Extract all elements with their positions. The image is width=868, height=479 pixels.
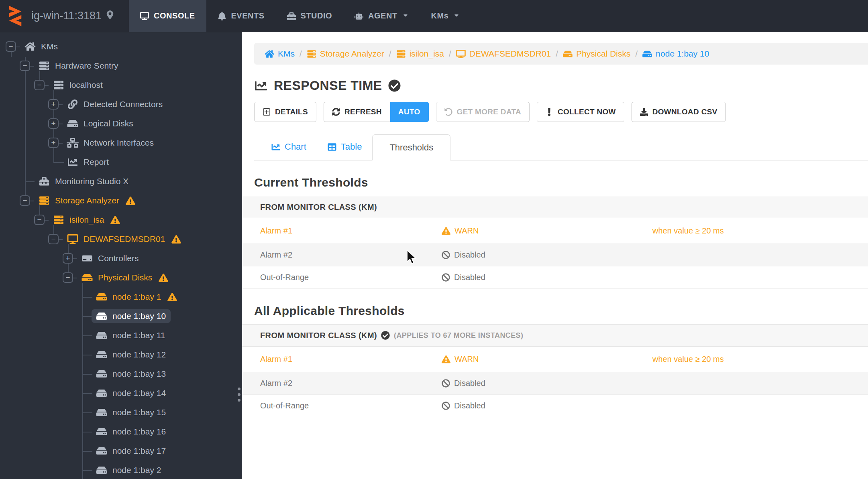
tree-item-node-1-bay-14[interactable]: node 1:bay 14 — [0, 384, 242, 403]
tree-item-logical-disks[interactable]: +Logical Disks — [0, 114, 242, 133]
nav-item-kms[interactable]: KMs — [420, 0, 471, 32]
threshold-status: Disabled — [442, 379, 652, 388]
tree-expander-collapse[interactable]: − — [6, 41, 16, 52]
network-icon — [67, 138, 79, 148]
tree-item-label: node 1:bay 14 — [112, 388, 166, 398]
tree-expander-collapse[interactable]: − — [34, 215, 45, 225]
desktop-icon — [140, 12, 149, 20]
nav-item-agent[interactable]: AGENT — [343, 0, 420, 32]
tree-item-storage-analyzer[interactable]: −Storage Analyzer — [0, 191, 242, 210]
tabs: ChartTableThresholds — [254, 134, 868, 160]
hdd-icon — [642, 50, 652, 58]
breadcrumb-item-dewafsedmsdr01[interactable]: DEWAFSEDMSDR01 — [456, 49, 551, 59]
tree-item-isilon-isa[interactable]: −isilon_isa — [0, 210, 242, 229]
hdd-icon — [96, 465, 108, 475]
tree-item-node-1-bay-10[interactable]: node 1:bay 10 — [0, 306, 242, 326]
tree-item-detected-connectors[interactable]: +Detected Connectors — [0, 95, 242, 114]
breadcrumb-item-storage-analyzer[interactable]: Storage Analyzer — [307, 49, 384, 59]
threshold-row: Alarm #1WARNwhen value ≥ 20 ms — [242, 347, 868, 372]
section-heading: Current Thresholds — [254, 176, 868, 189]
check-icon — [388, 79, 401, 92]
home-icon — [265, 50, 274, 58]
toolbox-icon — [38, 177, 50, 186]
tree-item-node-1-bay-15[interactable]: node 1:bay 15 — [0, 403, 242, 422]
tree-item-node-1-bay-1[interactable]: node 1:bay 1 — [0, 287, 242, 306]
tree-item-localhost[interactable]: −localhost — [0, 75, 242, 95]
tree-item-dewafsedmsdr01[interactable]: −DEWAFSEDMSDR01 — [0, 229, 242, 249]
tree-item-label: Detected Connectors — [84, 99, 163, 109]
sentry-logo[interactable] — [0, 0, 31, 32]
location-pin-icon[interactable] — [106, 10, 114, 22]
link-icon — [67, 99, 79, 109]
nav-item-studio[interactable]: STUDIO — [276, 0, 344, 32]
nav-item-events[interactable]: EVENTS — [206, 0, 276, 32]
tree-expander-expand[interactable]: + — [63, 253, 73, 264]
sidebar-resize-grip[interactable] — [238, 388, 240, 402]
tree-item-controllers[interactable]: +Controllers — [0, 249, 242, 268]
hdd-icon — [81, 273, 93, 282]
breadcrumb-label: Physical Disks — [576, 49, 630, 59]
tree-item-label: DEWAFSEDMSDR01 — [84, 234, 165, 244]
get-more-data-button[interactable]: GET MORE DATA — [436, 102, 530, 122]
tree-item-node-1-bay-12[interactable]: node 1:bay 12 — [0, 345, 242, 364]
threshold-status-label: WARN — [454, 355, 479, 364]
threshold-row: Alarm #2Disabled — [242, 244, 868, 266]
hdd-icon — [67, 119, 79, 128]
hdd-icon — [96, 446, 108, 456]
refresh-button[interactable]: REFRESH — [324, 102, 390, 122]
hdd-icon — [96, 331, 108, 340]
tree-item-node-1-bay-11[interactable]: node 1:bay 11 — [0, 326, 242, 345]
tree-item-node-1-bay-16[interactable]: node 1:bay 16 — [0, 422, 242, 441]
collect-now-button[interactable]: COLLECT NOW — [537, 102, 624, 122]
server-icon — [53, 80, 65, 90]
auto-button[interactable]: AUTO — [390, 102, 429, 122]
tree-expander-collapse[interactable]: − — [48, 234, 59, 244]
controller-icon — [81, 254, 93, 263]
server-icon — [53, 80, 65, 90]
tree-expander-collapse[interactable]: − — [20, 61, 30, 71]
tree-expander-collapse[interactable]: − — [34, 80, 45, 90]
breadcrumb-item-kms[interactable]: KMs — [265, 49, 295, 59]
toolbox-icon — [38, 177, 50, 186]
tree-expander-collapse[interactable]: − — [20, 195, 30, 206]
breadcrumb-label: KMs — [278, 49, 295, 59]
warning-triangle-icon — [109, 216, 120, 224]
chevron-down-icon — [453, 11, 460, 20]
nav-item-console[interactable]: CONSOLE — [129, 0, 206, 32]
warn-icon — [171, 235, 181, 244]
tab-table[interactable]: Table — [317, 142, 373, 160]
tree-item-node-1-bay-17[interactable]: node 1:bay 17 — [0, 441, 242, 461]
tree-expander-expand[interactable]: + — [48, 118, 59, 129]
tree-item-hardware-sentry[interactable]: −Hardware Sentry — [0, 56, 242, 75]
tab-chart[interactable]: Chart — [261, 142, 317, 160]
warn-icon — [442, 355, 450, 363]
button-label: REFRESH — [344, 108, 382, 116]
tree-item-physical-disks[interactable]: −Physical Disks — [0, 268, 242, 287]
threshold-row: Out-of-RangeDisabled — [242, 395, 868, 417]
hdd-icon — [96, 292, 108, 302]
tree-item-label: KMs — [41, 42, 58, 51]
tree-item-node-1-bay-13[interactable]: node 1:bay 13 — [0, 364, 242, 384]
tree-expander-collapse[interactable]: − — [63, 272, 73, 283]
tree-expander-expand[interactable]: + — [48, 138, 59, 148]
tree-item-network-interfaces[interactable]: +Network Interfaces — [0, 133, 242, 152]
warning-triangle-icon — [166, 293, 177, 301]
hdd-icon — [96, 311, 108, 321]
tree-item-monitoring-studio-x[interactable]: Monitoring Studio X — [0, 172, 242, 191]
tree-item-node-1-bay-2[interactable]: node 1:bay 2 — [0, 461, 242, 479]
threshold-status-label: WARN — [454, 226, 479, 235]
tree-item-report[interactable]: Report — [0, 152, 242, 172]
breadcrumb-separator: / — [636, 49, 638, 59]
sidebar: −KMs−Hardware Sentry−localhost+Detected … — [0, 32, 242, 479]
hdd-icon — [96, 369, 108, 379]
breadcrumb-item-isilon-isa[interactable]: isilon_isa — [396, 49, 444, 59]
breadcrumb-item-physical-disks[interactable]: Physical Disks — [563, 49, 630, 59]
breadcrumb-item-node-1-bay-10[interactable]: node 1:bay 10 — [642, 49, 709, 59]
threshold-name: Alarm #2 — [242, 379, 442, 388]
details-button[interactable]: DETAILS — [254, 102, 316, 122]
tab-thresholds[interactable]: Thresholds — [372, 134, 450, 160]
download-csv-button[interactable]: DOWNLOAD CSV — [632, 102, 726, 122]
button-label: GET MORE DATA — [457, 108, 521, 116]
tree-item-kms[interactable]: −KMs — [0, 37, 242, 56]
tree-expander-expand[interactable]: + — [48, 99, 59, 110]
